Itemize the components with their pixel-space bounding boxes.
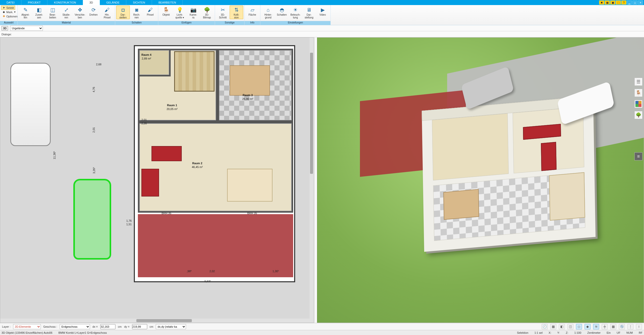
tab-datei[interactable]: DATEI [0,0,21,5]
tool-icon-4[interactable]: ⬚ [616,1,621,5]
drehen-icon: ⟳ [90,6,97,13]
status-y: Y: [557,331,560,334]
abgreifen-label: Abgrei- fen [21,13,30,19]
status-unit: Zentimeter [587,331,601,334]
ribbon-objekt-button[interactable]: 🪑Objekt [159,6,173,16]
tab-3d[interactable]: 3D [83,0,100,5]
darstellung-label: Dar- stellung [304,13,314,19]
dim-268: 2,68 [96,63,101,66]
hintergrund-icon: ⌂ [265,6,272,13]
beleuchtung-label: Beleuch- tung [290,13,300,19]
pinsel-label: Pinsel [146,13,154,16]
chair-icon[interactable]: 🪑 [634,89,642,97]
tb-more-icon[interactable]: ⋮ [627,324,633,329]
tb-clock-icon[interactable]: 🕘 [542,324,548,329]
car-selected-icon[interactable] [73,179,111,260]
ribbon-3dbitmap-button[interactable]: 🌳3D- Bitmap [200,6,214,19]
kollision-label: Kolli- sion [233,13,239,19]
zuweisen-icon: ◧ [36,6,43,13]
swatch-icon[interactable] [634,100,642,108]
tb-layers-icon[interactable]: ◧ [559,324,565,329]
ribbon-beleuchtung-button[interactable]: ☀Beleuch- tung [289,6,302,19]
ribbon-kamera-button[interactable]: 📷Kame- ra [187,6,200,19]
tab-sichten[interactable]: SICHTEN [126,0,152,5]
tb-guides-icon[interactable]: ╪ [602,324,608,329]
ribbon-darstellung-button[interactable]: 🖥Dar- stellung [302,6,316,19]
terrace-2d [138,214,293,277]
mark-tool[interactable]: ◆Mark.▾ [1,10,17,14]
tb-ortho-icon[interactable]: ◆ [585,324,591,329]
ribbon-bearbeiten-button[interactable]: ◫Bear- beiten [46,6,59,19]
splitter[interactable] [314,37,315,323]
help-icon[interactable]: ? [621,1,626,5]
dim-476: 4,76 [92,87,95,92]
ribbon-rechnen-button[interactable]: ◙Rech- nen [130,6,143,19]
ribbon-pinsel-button[interactable]: 🖌Pinsel [143,6,157,16]
group-einstellungen: Einstellungen [260,21,330,25]
ribbon-lichtquelle-button[interactable]: 💡Licht- quelle ▾ [173,6,187,19]
3dschnitt-icon: ✂ [219,6,226,13]
tb-planes-icon[interactable]: ≋ [593,324,599,329]
ribbon-kollision-button[interactable]: ⇅Kolli- sion [230,6,243,19]
tab-projekt[interactable]: PROJEKT [21,0,48,5]
viewport-2d[interactable]: Raum 1 20,05 m² Raum 2 46,45 m² Raum 3 2… [0,37,314,323]
tab-gelaende[interactable]: GELÄNDE [100,0,127,5]
tb-grid1-icon[interactable]: ▦ [550,324,556,329]
options-label: Optionen [6,15,18,18]
minimize-button[interactable]: ▁ [627,1,632,5]
tb-north-icon[interactable]: Ⓝ [619,324,625,329]
tb-grid2-icon[interactable]: ▦ [610,324,616,329]
view-3d-pill[interactable]: 3D [2,26,8,31]
tb-info-icon[interactable]: i [636,324,642,329]
group-auswahl: Auswahl [0,21,17,25]
tool-icon-1[interactable]: ✖ [599,1,604,5]
ribbon-video-button[interactable]: ▶Video [316,6,329,16]
ribbon-abgreifen-button[interactable]: ✎Abgrei- fen [19,6,32,19]
ribbon-zuweisen-button[interactable]: ◧Zuwei- sen [32,6,46,19]
maximize-button[interactable]: ◻ [632,1,637,5]
select-label: Selekt [6,6,14,9]
hinpinsel-label: Hin. Pinsel [103,13,111,19]
3dschnitt-label: 3D- Schnitt [219,13,227,19]
tree-icon[interactable]: 🌳 [634,111,642,119]
viewport-3d[interactable] [317,37,644,323]
ribbon-flaeche-button[interactable]: ▱Fläche [246,6,259,16]
close-button[interactable]: ✕ [638,1,643,5]
rel-dropdown[interactable]: dx,dy (relativ ka [156,324,186,329]
ribbon-verschieben-button[interactable]: ✥Verschie- ben [73,6,87,19]
ribbon-darstellen-button[interactable]: ◘Dar- stellen [116,6,130,19]
verschieben-label: Verschie- ben [74,13,85,19]
staircase-2d-icon [174,51,214,92]
terrain-dropdown[interactable]: Urgelände [10,26,43,31]
schatten2-label: Schatten [277,13,287,16]
ribbon-skalieren-button[interactable]: ⤢Skalie- ren [59,6,73,19]
ribbon-drehen-button[interactable]: ⟳Drehen [87,6,100,16]
layers-icon[interactable]: ☰ [634,78,642,86]
tab-bearbeiten[interactable]: BEARBEITEN [152,0,183,5]
dx-unit: cm [118,325,122,328]
layer-dropdown[interactable]: 2D-Elemente [13,324,41,329]
tb-cube-icon[interactable]: ◫ [567,324,573,329]
ribbon-hintergrund-button[interactable]: ⌂Hinter- grund [261,6,275,19]
status-scale: 1:100 [574,331,581,334]
ribbon-3dschnitt-button[interactable]: ✂3D- Schnitt [216,6,230,19]
scrollbar-h-2d[interactable] [0,319,314,323]
select-tool[interactable]: ➤Selekt [1,6,15,10]
desk-icon [227,169,272,202]
sofa-1-icon [151,146,182,161]
tool-icon-3[interactable]: ▣ [610,1,615,5]
scrollbar-v-2d[interactable] [310,38,314,319]
options-tool[interactable]: ✚Optionen [1,14,19,18]
tb-snap-icon[interactable]: ◇ [576,324,582,329]
status-uf: UF [617,331,621,334]
geschoss-dropdown[interactable]: Erdgeschoss [60,324,90,329]
tool-icon-2[interactable]: ▦ [605,1,610,5]
status-rf: RF [639,331,642,334]
drawer-icon[interactable]: ≡ [634,152,642,160]
tab-konstruktion[interactable]: KONSTRUKTION [47,0,83,5]
dy-input[interactable] [132,324,147,329]
ribbon-hinpinsel-button[interactable]: 🖌Hin. Pinsel [100,6,114,19]
ribbon-schatten2-button[interactable]: ◓Schatten [275,6,289,16]
dx-input[interactable] [100,324,115,329]
skalieren-label: Skalie- ren [62,13,71,19]
